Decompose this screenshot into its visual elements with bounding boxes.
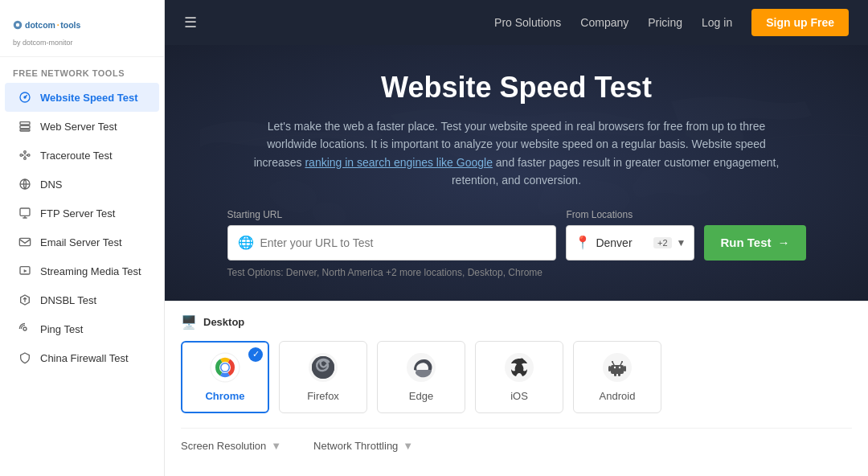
chevron-down-icon: ▼ — [677, 237, 686, 248]
hero-desc-end: and faster pages result in greater custo… — [452, 156, 779, 187]
dns-icon — [18, 177, 32, 191]
main-content: ☰ Pro Solutions Company Pricing Log in S… — [165, 0, 868, 476]
svg-point-12 — [24, 158, 27, 160]
sidebar-item-label: FTP Server Test — [40, 207, 115, 220]
network-throttling-option[interactable]: Network Throttling ▼ — [313, 440, 413, 452]
topnav: ☰ Pro Solutions Company Pricing Log in S… — [165, 0, 868, 45]
sidebar-item-traceroute-test[interactable]: Traceroute Test — [5, 141, 159, 170]
browser-card-ios[interactable]: iOS — [475, 341, 563, 413]
svg-rect-15 — [20, 208, 30, 215]
sidebar: dotcom · tools by dotcom-monitor Free Ne… — [0, 0, 165, 476]
svg-rect-9 — [20, 129, 30, 131]
svg-text:·: · — [57, 20, 59, 30]
speed-icon — [18, 90, 32, 105]
nav-company[interactable]: Company — [580, 16, 628, 29]
sidebar-item-label: Email Server Test — [40, 236, 122, 248]
ios-icon — [504, 352, 534, 383]
sidebar-item-label: Web Server Test — [40, 121, 117, 133]
signup-button[interactable]: Sign up Free — [751, 9, 849, 36]
chevron-right-icon: ▼ — [403, 440, 413, 452]
svg-point-11 — [24, 151, 27, 154]
sidebar-item-ping-test[interactable]: Ping Test — [5, 314, 159, 343]
svg-point-45 — [621, 361, 623, 363]
sidebar-item-label: Website Speed Test — [40, 92, 138, 104]
sidebar-item-china-firewall-test[interactable]: China Firewall Test — [5, 343, 159, 372]
sidebar-item-website-speed-test[interactable]: Website Speed Test — [5, 83, 159, 112]
svg-rect-39 — [618, 372, 620, 376]
url-input-container: 🌐 — [227, 225, 557, 261]
ios-icon-wrap — [503, 351, 535, 384]
svg-rect-37 — [624, 366, 626, 371]
firefox-icon-wrap — [307, 351, 339, 384]
ping-icon — [18, 322, 32, 336]
url-form: Starting URL 🌐 From Locations 📍 Denver +… — [227, 209, 806, 261]
browser-label: Android — [600, 390, 636, 402]
svg-point-27 — [222, 364, 229, 371]
test-options-text: Test Options: Denver, North America +2 m… — [227, 267, 806, 278]
sidebar-item-email-server-test[interactable]: Email Server Test — [5, 228, 159, 256]
svg-marker-18 — [24, 269, 27, 273]
location-field-group: From Locations 📍 Denver +2 ▼ — [566, 209, 694, 261]
hamburger-menu[interactable]: ☰ — [184, 14, 197, 31]
panel-section-label: Desktop — [203, 316, 244, 328]
run-test-label: Run Test — [720, 236, 771, 249]
svg-point-33 — [520, 359, 524, 363]
nav-pro-solutions[interactable]: Pro Solutions — [494, 16, 561, 29]
browser-label: Chrome — [205, 390, 244, 402]
run-test-button[interactable]: Run Test → — [704, 225, 805, 261]
screen-resolution-option[interactable]: Screen Resolution ▼ — [181, 440, 281, 452]
hero-title: Website Speed Test — [197, 71, 836, 105]
panel-section-title: 🖥️ Desktop — [181, 314, 852, 330]
ftp-icon — [18, 206, 32, 220]
location-pin-icon: 📍 — [575, 235, 591, 250]
hero-content: Website Speed Test Let's make the web a … — [197, 71, 836, 278]
svg-point-40 — [614, 367, 616, 368]
check-badge: ✓ — [248, 347, 263, 362]
hero-desc-link[interactable]: ranking in search engines like Google — [305, 156, 492, 169]
dnsbl-icon — [18, 293, 32, 307]
browser-label: Edge — [409, 390, 433, 402]
browser-card-chrome[interactable]: ✓ — [181, 341, 269, 413]
svg-point-19 — [23, 327, 27, 330]
location-label: From Locations — [566, 209, 694, 220]
sidebar-section-title: Free Network Tools — [0, 57, 164, 83]
sidebar-item-web-server-test[interactable]: Web Server Test — [5, 112, 159, 141]
svg-point-6 — [24, 96, 26, 98]
globe-icon: 🌐 — [238, 235, 254, 250]
sidebar-item-dns[interactable]: DNS — [5, 170, 159, 199]
nav-login[interactable]: Log in — [702, 16, 732, 29]
android-icon — [602, 352, 633, 383]
browser-grid: ✓ — [181, 341, 852, 413]
desktop-icon: 🖥️ — [181, 314, 197, 330]
browser-card-android[interactable]: Android — [573, 341, 661, 413]
sidebar-item-dnsbl-test[interactable]: DNSBL Test — [5, 285, 159, 314]
nav-links: Pro Solutions Company Pricing Log in Sig… — [494, 9, 849, 36]
traceroute-icon — [18, 148, 32, 162]
edge-icon-wrap — [405, 351, 437, 384]
svg-text:tools: tools — [60, 20, 80, 30]
screen-resolution-label: Screen Resolution — [181, 440, 266, 452]
svg-point-41 — [619, 367, 620, 368]
nav-pricing[interactable]: Pricing — [648, 16, 682, 29]
options-row: Screen Resolution ▼ Network Throttling ▼ — [181, 428, 852, 452]
server-icon — [18, 119, 32, 133]
chrome-icon-wrap — [209, 351, 241, 384]
svg-rect-36 — [608, 366, 611, 371]
sidebar-item-label: DNS — [40, 178, 62, 191]
browser-card-firefox[interactable]: Firefox — [279, 341, 367, 413]
url-input[interactable] — [254, 236, 547, 249]
svg-rect-16 — [19, 238, 30, 245]
browser-card-edge[interactable]: Edge — [377, 341, 465, 413]
firefox-icon — [308, 352, 338, 383]
sidebar-item-ftp-server-test[interactable]: FTP Server Test — [5, 199, 159, 228]
url-field-group: Starting URL 🌐 — [227, 209, 557, 261]
edge-icon — [406, 352, 436, 383]
sidebar-item-label: Ping Test — [40, 323, 83, 335]
logo-sub: by dotcom-monitor — [13, 39, 151, 47]
chevron-right-icon: ▼ — [271, 440, 281, 452]
location-select[interactable]: 📍 Denver +2 ▼ — [566, 225, 694, 261]
chrome-icon — [210, 352, 240, 383]
sidebar-item-streaming-media-test[interactable]: Streaming Media Test — [5, 256, 159, 285]
location-extra-badge: +2 — [653, 237, 672, 248]
browser-label: Firefox — [307, 390, 339, 402]
